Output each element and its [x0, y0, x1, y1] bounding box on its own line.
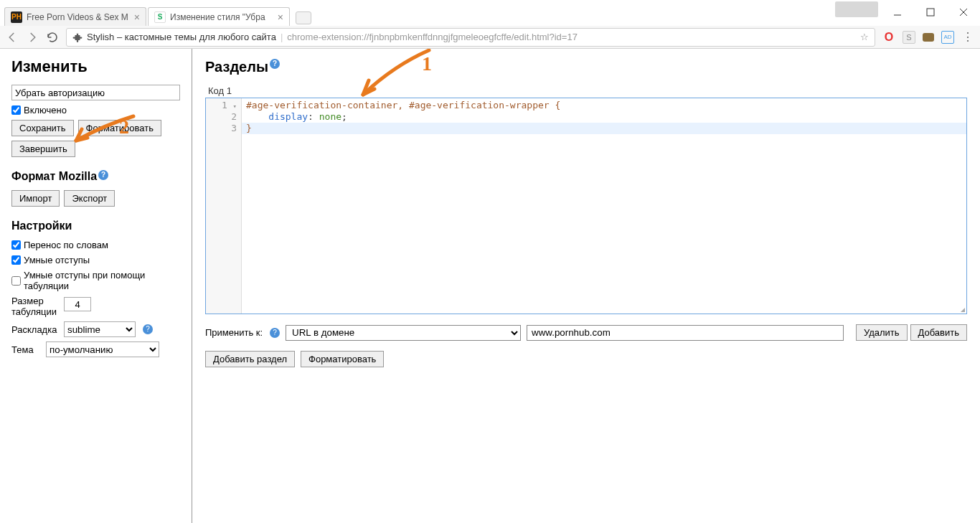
- code-section-label: Код 1: [208, 85, 967, 96]
- line-gutter: 1 ▾ 2 3: [206, 98, 242, 314]
- address-bar[interactable]: Stylish – кастомные темы для любого сайт…: [66, 28, 875, 47]
- heading-edit: Изменить: [11, 57, 180, 76]
- smart-tab-checkbox[interactable]: [11, 276, 21, 286]
- browser-toolbar: Stylish – кастомные темы для любого сайт…: [0, 26, 980, 49]
- extension-icon: [72, 32, 83, 42]
- favicon-stylish: S: [154, 11, 166, 23]
- keymap-select[interactable]: sublime: [64, 321, 136, 337]
- resize-handle[interactable]: [956, 303, 965, 312]
- omnibox-title: Stylish – кастомные темы для любого сайт…: [87, 32, 276, 42]
- browser-tab-active[interactable]: S Изменение стиля "Убра ×: [148, 7, 290, 26]
- heading-mozilla: Формат Mozilla?: [11, 170, 180, 183]
- omnibox-url: chrome-extension://fjnbnpbmkenffdnngjfgm…: [287, 32, 578, 42]
- opera-icon[interactable]: O: [882, 31, 895, 44]
- wordwrap-label[interactable]: Перенос по словам: [11, 240, 180, 250]
- format-button[interactable]: Форматировать: [78, 120, 161, 136]
- help-icon[interactable]: ?: [143, 324, 153, 334]
- smart-indent-label[interactable]: Умные отступы: [11, 255, 180, 265]
- applies-to-row: Применить к: ? URL в домене Удалить Доба…: [205, 324, 967, 341]
- applies-type-select[interactable]: URL в домене: [286, 325, 521, 341]
- enabled-checkbox[interactable]: [11, 105, 21, 115]
- stylish-ext-icon[interactable]: S: [903, 31, 915, 44]
- save-button[interactable]: Сохранить: [11, 120, 74, 136]
- format-section-button[interactable]: Форматировать: [301, 351, 384, 367]
- import-button[interactable]: Импорт: [11, 190, 60, 207]
- smart-tab-label[interactable]: Умные отступы при помощи табуляции: [11, 270, 180, 291]
- help-icon[interactable]: ?: [270, 59, 280, 69]
- reload-button[interactable]: [46, 31, 59, 44]
- applies-value-input[interactable]: [527, 325, 844, 341]
- export-button[interactable]: Экспорт: [64, 190, 115, 207]
- enabled-checkbox-label[interactable]: Включено: [11, 105, 180, 116]
- close-window-button[interactable]: [947, 1, 980, 23]
- theme-label: Тема: [11, 344, 40, 355]
- theme-select[interactable]: по-умолчанию: [46, 341, 159, 357]
- minimize-button[interactable]: [881, 1, 914, 23]
- finish-button[interactable]: Завершить: [11, 141, 75, 157]
- add-button[interactable]: Добавить: [910, 324, 967, 341]
- heading-sections: Разделы?: [205, 59, 967, 75]
- new-tab-button[interactable]: [296, 11, 311, 24]
- add-section-button[interactable]: Добавить раздел: [205, 351, 295, 367]
- help-icon[interactable]: ?: [98, 170, 108, 180]
- code-editor[interactable]: 1 ▾ 2 3 #age-verification-container, #ag…: [205, 98, 967, 314]
- help-icon[interactable]: ?: [270, 328, 280, 338]
- tab-title: Free Porn Videos & Sex M: [27, 12, 128, 22]
- main-content: Разделы? Код 1 1 ▾ 2 3 #age-verification…: [192, 49, 980, 523]
- tab-strip: PH Free Porn Videos & Sex M × S Изменени…: [0, 6, 980, 26]
- close-icon[interactable]: ×: [278, 11, 283, 23]
- tabsize-label: Размер табуляции: [11, 296, 58, 317]
- favicon-ph: PH: [11, 11, 22, 23]
- delete-button[interactable]: Удалить: [856, 324, 908, 341]
- code-body[interactable]: #age-verification-container, #age-verifi…: [242, 98, 966, 314]
- tabsize-input[interactable]: [64, 297, 91, 311]
- wordwrap-checkbox[interactable]: [11, 240, 21, 250]
- sidebar: Изменить Включено Сохранить Форматироват…: [0, 49, 192, 523]
- ext-icon-2[interactable]: [923, 33, 934, 42]
- smart-indent-checkbox[interactable]: [11, 255, 21, 265]
- heading-settings: Настройки: [11, 220, 180, 232]
- profile-indicator[interactable]: [835, 1, 878, 17]
- browser-tab[interactable]: PH Free Porn Videos & Sex M ×: [4, 7, 146, 26]
- close-icon[interactable]: ×: [134, 11, 140, 23]
- maximize-button[interactable]: [914, 1, 947, 23]
- ext-icon-3[interactable]: AD: [941, 31, 954, 44]
- chrome-menu-icon[interactable]: ⋮: [961, 31, 974, 44]
- back-button[interactable]: [6, 31, 19, 44]
- svg-rect-1: [927, 9, 934, 16]
- bookmark-star-icon[interactable]: ☆: [860, 32, 869, 42]
- keymap-label: Раскладка: [11, 324, 58, 335]
- style-name-input[interactable]: [11, 85, 180, 100]
- applies-label: Применить к:: [205, 327, 263, 338]
- tab-title: Изменение стиля "Убра: [170, 12, 265, 22]
- forward-button[interactable]: [26, 31, 39, 44]
